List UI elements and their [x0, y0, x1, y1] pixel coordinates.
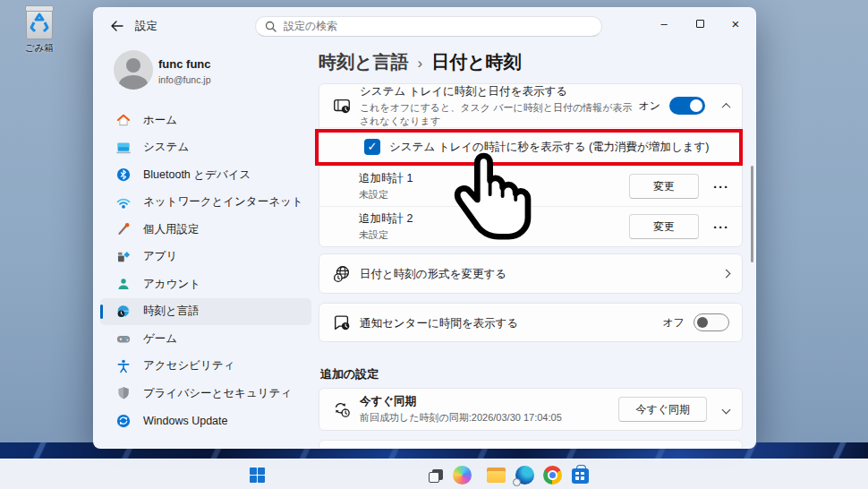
file-explorer-button[interactable] [484, 464, 507, 485]
toggle-knob [697, 317, 708, 328]
change-clock-2-button[interactable]: 変更 [629, 214, 699, 239]
window-title: 設定 [135, 19, 157, 34]
sidebar-item-privacy[interactable]: プライバシーとセキュリティ [100, 380, 311, 408]
taskbar: 検索 ⚙ A 17:06:27 2026/03/30 [0, 459, 868, 489]
tray-clock-title: システム トレイに時刻と日付を表示する [360, 84, 638, 99]
sync-now-button[interactable]: 今すぐ同期 [618, 397, 707, 422]
recycle-bin-icon [26, 7, 53, 39]
toggle-knob [690, 99, 702, 112]
task-view-icon-front [429, 472, 439, 483]
notification-center-card: 通知センターに時間を表示する オフ [319, 303, 743, 342]
sync-clock-icon [332, 399, 352, 419]
sidebar-item-label: アカウント [143, 277, 200, 292]
chevron-up-icon[interactable] [722, 102, 731, 111]
globe-clock-icon [332, 264, 352, 284]
maximize-button[interactable] [682, 12, 718, 35]
hand-cursor-icon [452, 150, 538, 248]
personalization-icon [115, 221, 132, 237]
home-icon [115, 112, 132, 128]
sidebar-item-system[interactable]: システム [100, 134, 311, 162]
additional-settings-header: 追加の設定 [320, 366, 379, 382]
sync-title: 今すぐ同期 [360, 394, 618, 409]
windows-update-icon [115, 413, 132, 429]
sidebar-item-personalization[interactable]: 個人用設定 [100, 216, 311, 244]
maximize-icon [696, 20, 704, 28]
apps-icon [115, 249, 132, 265]
accounts-icon [115, 276, 132, 292]
tray-clock-subtitle: これをオフにすると、タスク バーに時刻と日付の情報が表示されなくなります [360, 101, 638, 128]
chrome-icon [543, 466, 562, 485]
task-view-button[interactable] [425, 464, 448, 485]
sidebar-item-label: 個人用設定 [143, 222, 200, 237]
tray-clock-toggle[interactable] [669, 97, 705, 115]
gaming-icon [115, 330, 132, 347]
taskbar-clock-icon [332, 96, 352, 116]
recycle-bin-label: ごみ箱 [16, 42, 63, 55]
search-icon [265, 21, 277, 32]
file-explorer-icon [487, 468, 506, 483]
sidebar-item-bluetooth[interactable]: Bluetooth とデバイス [100, 161, 311, 189]
sidebar-item-network[interactable]: ネットワークとインターネット [100, 189, 311, 217]
copilot-button[interactable] [450, 464, 473, 485]
sidebar-item-accessibility[interactable]: アクセシビリティ [100, 353, 311, 381]
edge-button[interactable] [513, 464, 536, 485]
privacy-shield-icon [115, 385, 132, 401]
datetime-format-title: 日付と時刻の形式を変更する [360, 268, 506, 280]
sidebar-item-accounts[interactable]: アカウント [100, 270, 311, 298]
minimize-button[interactable]: – [646, 12, 682, 35]
sidebar-item-label: アプリ [143, 249, 177, 264]
avatar-head [126, 58, 140, 73]
change-clock-1-button[interactable]: 変更 [629, 174, 699, 199]
toggle-state-label: オフ [662, 315, 685, 330]
settings-search-input[interactable]: 設定の検索 [255, 16, 602, 37]
time-language-icon [115, 304, 132, 320]
close-button[interactable]: × [718, 12, 753, 35]
sidebar-item-label: Windows Update [143, 415, 228, 427]
sync-card: 今すぐ同期 前回成功した時刻の同期:2026/03/30 17:04:05 今す… [319, 388, 743, 431]
tray-clock-row[interactable]: システム トレイに時刻と日付を表示する これをオフにすると、タスク バーに時刻と… [319, 84, 742, 127]
more-options-icon[interactable]: ··· [713, 179, 729, 194]
sidebar-item-label: Bluetooth とデバイス [143, 167, 251, 183]
breadcrumb-parent[interactable]: 時刻と言語 [319, 50, 408, 74]
back-arrow-icon [111, 21, 123, 31]
profile-name: func func [158, 57, 211, 71]
window-controls: – × [646, 12, 753, 35]
avatar[interactable] [114, 50, 153, 90]
edge-icon [515, 466, 534, 485]
sidebar-item-label: 時刻と言語 [143, 304, 200, 319]
sidebar-item-home[interactable]: ホーム [100, 107, 311, 134]
more-options-icon[interactable]: ··· [713, 219, 729, 235]
notification-center-toggle[interactable] [694, 313, 729, 331]
settings-search-placeholder: 設定の検索 [284, 19, 337, 34]
breadcrumb: 時刻と言語 › 日付と時刻 [319, 50, 522, 74]
chevron-down-icon[interactable] [722, 405, 731, 414]
recycle-bin-shortcut[interactable]: ごみ箱 [16, 7, 63, 55]
copilot-icon [453, 466, 472, 485]
avatar-body [119, 75, 148, 90]
profile-email: info@func.jp [158, 74, 211, 85]
breadcrumb-separator-icon: › [417, 55, 422, 73]
sidebar-item-apps[interactable]: アプリ [100, 244, 311, 271]
window-titlebar[interactable]: 設定 設定の検索 – × [94, 8, 755, 42]
sidebar-item-label: ネットワークとインターネット [143, 194, 303, 210]
sync-last-success: 前回成功した時刻の同期:2026/03/30 17:04:05 [360, 411, 618, 425]
content-scrollbar[interactable] [751, 166, 753, 262]
sidebar-item-label: ゲーム [143, 331, 177, 347]
sidebar-item-gaming[interactable]: ゲーム [100, 325, 311, 353]
bluetooth-icon [115, 167, 132, 183]
chevron-right-icon [722, 270, 731, 279]
chrome-button[interactable] [540, 464, 564, 485]
start-button[interactable] [245, 464, 268, 485]
microsoft-store-button[interactable] [568, 464, 591, 485]
sidebar-nav: ホーム システム Bluetooth とデバイス ネットワークとインターネット … [100, 107, 311, 434]
microsoft-store-icon [572, 468, 589, 484]
accessibility-icon [115, 358, 132, 374]
back-button[interactable] [105, 16, 130, 36]
sidebar-item-label: システム [143, 140, 189, 155]
datetime-format-card[interactable]: 日付と時刻の形式を変更する [319, 253, 743, 294]
system-icon [115, 140, 132, 156]
sidebar-item-windows-update[interactable]: Windows Update [100, 408, 311, 435]
sidebar-item-label: アクセシビリティ [143, 358, 234, 373]
sidebar-item-time-language[interactable]: 時刻と言語 [100, 298, 311, 326]
settings-window: 設定 設定の検索 – × func func info@func.jp ホーム [93, 7, 756, 449]
